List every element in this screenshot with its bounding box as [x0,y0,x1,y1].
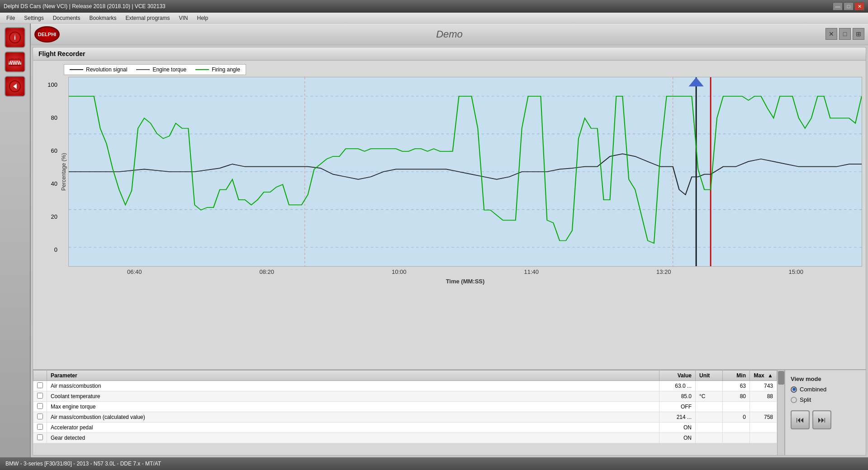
delphi-text: DELPHI [38,32,56,37]
table-row: Gear detected ON [33,433,777,443]
row-min: 63 [723,381,750,391]
menu-item-vin[interactable]: VIN [174,14,192,22]
nav-next-button[interactable]: ⏭ [812,410,831,429]
row-unit: °C [696,391,723,402]
row-checkbox[interactable] [33,433,47,443]
svg-text:i: i [14,34,16,41]
row-value: 214 ... [659,412,696,423]
menu-item-settings[interactable]: Settings [19,14,48,22]
row-min [723,433,750,443]
chart-svg[interactable]: 06:40 08:20 10:00 11:40 13:20 15:00 Time… [68,77,862,267]
y-tick-80: 80 [51,114,57,121]
col-header-parameter[interactable]: Parameter [47,371,659,381]
checkbox-1[interactable] [37,393,43,399]
view-mode-title: View mode [791,376,860,382]
x-tick-1000: 10:00 [392,268,407,275]
demo-title: Demo [436,28,463,40]
row-min: 0 [723,412,750,423]
content: DELPHI Demo ✕ □ ⊞ Flight Recorder Revolu… [31,24,868,457]
row-max [750,402,777,412]
col-header-value[interactable]: Value [659,371,696,381]
header-close-button[interactable]: ✕ [825,28,837,40]
legend-revolution-label: Revolution signal [86,66,127,73]
row-unit [696,412,723,423]
row-value: ON [659,433,696,443]
table-row: Accelerator pedal ON [33,423,777,433]
row-max [750,423,777,433]
table-row: Coolant temperature 85.0 °C 80 88 [33,391,777,402]
checkbox-2[interactable] [37,403,43,409]
row-max: 743 [750,381,777,391]
radio-combined[interactable]: Combined [791,386,860,393]
radio-combined-label: Combined [800,386,826,393]
x-tick-0820: 08:20 [259,268,274,275]
table-area: Parameter Value Unit Min Max ▲ Air mass/… [33,369,866,455]
row-max: 758 [750,412,777,423]
row-max: 88 [750,391,777,402]
titlebar-title: Delphi DS Cars (New VCI) | Release 2018 … [4,3,833,9]
row-parameter: Air mass/combustion [47,381,659,391]
header-restore-button[interactable]: □ [839,28,851,40]
row-parameter: Max engine torque [47,402,659,412]
legend-engine-torque: Engine torque [136,66,186,73]
header-controls: ✕ □ ⊞ [825,28,864,40]
table-row: Air mass/combustion 63.0 ... 63 743 [33,381,777,391]
x-axis-labels: 06:40 08:20 10:00 11:40 13:20 15:00 [68,267,862,277]
menu-item-external-programs[interactable]: External programs [121,14,174,22]
row-value: 63.0 ... [659,381,696,391]
row-min [723,423,750,433]
radio-split-label: Split [800,396,811,403]
row-checkbox[interactable] [33,402,47,412]
y-tick-100: 100 [47,81,57,88]
row-parameter: Gear detected [47,433,659,443]
x-tick-1320: 13:20 [656,268,671,275]
col-header-min[interactable]: Min [723,371,750,381]
statusbar-text: BMW - 3-series [F30/31/80] - 2013 - N57 … [5,461,161,467]
demo-header: DELPHI Demo ✕ □ ⊞ [31,24,868,45]
col-header-unit: Unit [696,371,723,381]
menubar: FileSettingsDocumentsBookmarksExternal p… [0,13,868,24]
checkbox-3[interactable] [37,414,43,419]
row-checkbox[interactable] [33,391,47,402]
menu-item-bookmarks[interactable]: Bookmarks [85,14,121,22]
x-tick-0640: 06:40 [127,268,142,275]
close-button[interactable]: ✕ [854,2,864,10]
y-tick-60: 60 [51,147,57,154]
table-body: Air mass/combustion 63.0 ... 63 743 Cool… [33,381,777,443]
maximize-button[interactable]: □ [844,2,854,10]
home-button[interactable]: i [5,27,25,48]
table-scrollbar[interactable] [777,370,784,455]
row-unit [696,423,723,433]
minimize-button[interactable]: — [833,2,843,10]
main-container: i WWW DELPHI Demo ✕ □ ⊞ [0,24,868,457]
y-tick-20: 20 [51,213,57,220]
back-button[interactable] [5,76,25,97]
row-checkbox[interactable] [33,412,47,423]
radio-combined-inner [792,388,796,391]
info-button[interactable]: WWW [5,52,25,72]
menu-item-help[interactable]: Help [193,14,213,22]
radio-split-circle[interactable] [791,397,797,403]
checkbox-4[interactable] [37,424,43,430]
row-unit [696,402,723,412]
row-checkbox[interactable] [33,423,47,433]
col-header-max[interactable]: Max ▲ [750,371,777,381]
data-table: Parameter Value Unit Min Max ▲ Air mass/… [33,370,777,455]
menu-item-file[interactable]: File [2,14,19,22]
radio-combined-circle[interactable] [791,386,797,393]
titlebar-controls: — □ ✕ [833,2,864,10]
menu-item-documents[interactable]: Documents [48,14,85,22]
y-axis-label: Percentage (%) [59,77,68,267]
legend-engine-torque-label: Engine torque [152,66,186,73]
y-axis-ticks: 100 80 60 40 20 0 [37,77,59,267]
row-value: OFF [659,402,696,412]
header-expand-button[interactable]: ⊞ [853,28,864,40]
row-checkbox[interactable] [33,381,47,391]
row-value: ON [659,423,696,433]
nav-prev-button[interactable]: ⏮ [791,410,810,429]
checkbox-5[interactable] [37,434,43,440]
svg-text:WWW: WWW [9,60,21,66]
table-row: Max engine torque OFF [33,402,777,412]
checkbox-0[interactable] [37,382,43,388]
radio-split[interactable]: Split [791,396,860,403]
